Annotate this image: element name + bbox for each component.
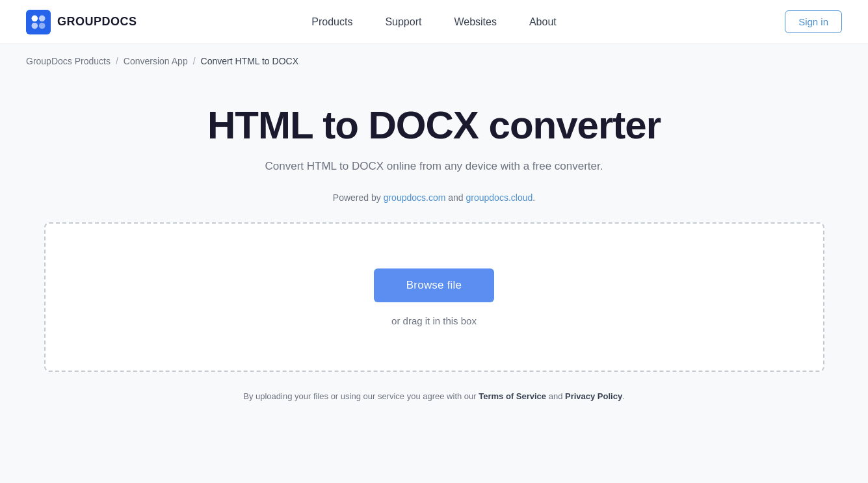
header: GROUPDOCS Products Support Websites Abou…: [0, 0, 868, 44]
breadcrumb-conversion-app[interactable]: Conversion App: [124, 56, 188, 66]
groupdocs-logo-icon: [26, 10, 51, 34]
main-nav: Products Support Websites About: [298, 11, 570, 33]
logo-text: GROUPDOCS: [57, 15, 137, 29]
powered-by-prefix: Powered by: [333, 192, 384, 203]
breadcrumb-separator-1: /: [116, 56, 118, 66]
browse-file-button[interactable]: Browse file: [374, 268, 494, 302]
footer-suffix: .: [622, 391, 625, 401]
powered-by-and: and: [445, 192, 466, 203]
svg-point-2: [39, 15, 45, 21]
page-subtitle: Convert HTML to DOCX online from any dev…: [265, 160, 603, 173]
groupdocs-com-link[interactable]: groupdocs.com: [384, 192, 446, 203]
nav-products[interactable]: Products: [298, 11, 365, 33]
logo-area[interactable]: GROUPDOCS: [26, 10, 137, 34]
sign-in-button[interactable]: Sign in: [785, 10, 842, 33]
drag-text: or drag it in this box: [391, 315, 477, 326]
svg-rect-0: [26, 10, 51, 34]
svg-point-3: [32, 22, 38, 29]
footer-note-prefix: By uploading your files or using our ser…: [243, 391, 479, 401]
breadcrumb-groupdocs[interactable]: GroupDocs Products: [26, 56, 111, 66]
privacy-policy-link[interactable]: Privacy Policy: [565, 391, 622, 401]
footer-note: By uploading your files or using our ser…: [243, 391, 625, 401]
main-content: HTML to DOCX converter Convert HTML to D…: [0, 78, 868, 414]
file-drop-zone[interactable]: Browse file or drag it in this box: [44, 222, 824, 372]
footer-and: and: [546, 391, 565, 401]
svg-point-1: [32, 15, 38, 21]
nav-about[interactable]: About: [516, 11, 570, 33]
breadcrumb-separator-2: /: [193, 56, 196, 66]
groupdocs-cloud-link[interactable]: groupdocs.cloud: [466, 192, 533, 203]
breadcrumb-current: Convert HTML to DOCX: [201, 56, 298, 66]
svg-point-4: [39, 22, 45, 29]
page-title: HTML to DOCX converter: [207, 104, 661, 147]
breadcrumb: GroupDocs Products / Conversion App / Co…: [0, 44, 868, 78]
powered-by-suffix: .: [533, 192, 535, 203]
powered-by: Powered by groupdocs.com and groupdocs.c…: [333, 192, 535, 203]
nav-websites[interactable]: Websites: [441, 11, 510, 33]
terms-of-service-link[interactable]: Terms of Service: [479, 391, 546, 401]
nav-support[interactable]: Support: [372, 11, 434, 33]
